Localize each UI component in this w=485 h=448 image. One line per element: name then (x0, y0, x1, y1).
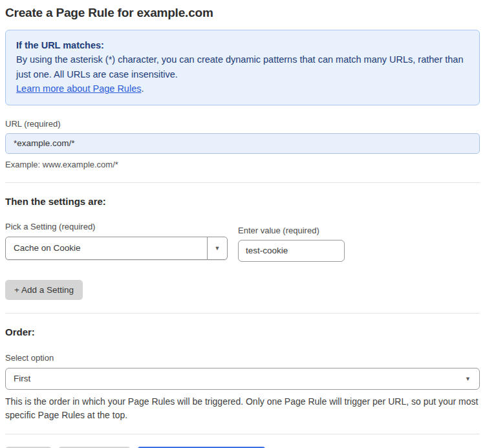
order-section-heading: Order: (5, 326, 480, 337)
info-box-link-line: Learn more about Page Rules. (16, 81, 469, 96)
order-select-value: First (6, 374, 457, 383)
page-title: Create a Page Rule for example.com (5, 6, 480, 20)
url-match-info-box: If the URL matches: By using the asteris… (5, 30, 480, 105)
divider (5, 434, 480, 434)
divider (5, 313, 480, 314)
url-field-label: URL (required) (5, 119, 480, 129)
setting-select-value: Cache on Cookie (6, 237, 207, 259)
setting-value-column: Enter value (required) (238, 226, 345, 262)
setting-select[interactable]: Cache on Cookie ▼ (5, 237, 228, 260)
settings-row: Pick a Setting (required) Cache on Cooki… (5, 222, 480, 262)
settings-section-heading: Then the settings are: (5, 196, 480, 207)
setting-select-label: Pick a Setting (required) (5, 222, 228, 231)
url-input[interactable] (5, 133, 480, 154)
info-box-heading: If the URL matches: (16, 38, 469, 52)
divider (5, 182, 480, 183)
value-input-label: Enter value (required) (238, 226, 345, 235)
setting-select-column: Pick a Setting (required) Cache on Cooki… (5, 222, 228, 262)
learn-more-link[interactable]: Learn more about Page Rules (16, 83, 141, 94)
chevron-down-icon: ▼ (457, 376, 479, 382)
setting-select-arrow-button[interactable]: ▼ (207, 237, 227, 259)
setting-value-input[interactable] (238, 240, 345, 262)
chevron-down-icon: ▼ (215, 245, 221, 251)
link-suffix: . (141, 83, 144, 94)
order-select[interactable]: First ▼ (5, 368, 480, 390)
info-box-body: By using the asterisk (*) character, you… (16, 52, 469, 81)
order-select-label: Select option (5, 353, 480, 363)
add-setting-button[interactable]: + Add a Setting (5, 280, 83, 300)
order-helper-text: This is the order in which your Page Rul… (5, 395, 480, 422)
page-rule-form: Create a Page Rule for example.com If th… (0, 0, 485, 448)
url-example-helper: Example: www.example.com/* (5, 160, 480, 169)
